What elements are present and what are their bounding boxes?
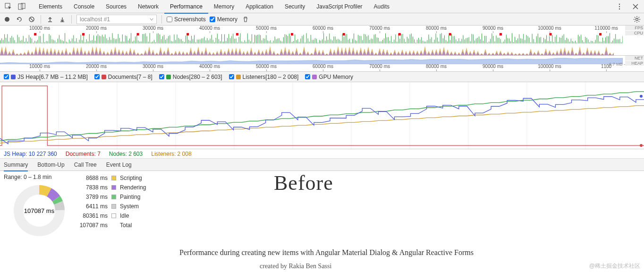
legend-jsheap[interactable]: JS Heap[6.7 MB – 11.2 MB] — [4, 74, 88, 80]
svg-rect-388 — [545, 39, 545, 43]
svg-rect-404 — [568, 39, 568, 43]
svg-rect-149 — [201, 38, 202, 43]
svg-rect-179 — [245, 40, 245, 43]
svg-point-466 — [640, 144, 643, 147]
svg-rect-138 — [186, 35, 186, 43]
legend-listeners[interactable]: Listeners[180 – 2 008] — [229, 74, 299, 80]
svg-rect-61 — [75, 41, 75, 43]
tab-network[interactable]: Network — [132, 0, 164, 13]
svg-rect-129 — [172, 42, 173, 44]
svg-rect-269 — [374, 34, 374, 43]
svg-rect-135 — [181, 39, 182, 43]
svg-rect-175 — [238, 37, 239, 43]
svg-rect-374 — [525, 40, 525, 44]
svg-rect-248 — [344, 37, 344, 44]
svg-rect-72 — [91, 41, 91, 43]
tab-sources[interactable]: Sources — [100, 0, 132, 13]
kebab-icon[interactable] — [614, 1, 625, 12]
page-selector[interactable]: localhost #1 — [76, 15, 157, 24]
tab-performance[interactable]: Performance — [164, 0, 208, 13]
tab-bottom-up[interactable]: Bottom-Up — [37, 159, 64, 171]
svg-rect-412 — [579, 36, 580, 43]
svg-rect-303 — [423, 41, 423, 43]
memory-checkbox[interactable]: Memory — [210, 16, 237, 23]
svg-rect-375 — [526, 35, 526, 43]
svg-rect-399 — [561, 38, 561, 43]
svg-rect-20 — [16, 42, 16, 44]
inspect-icon[interactable] — [3, 1, 14, 12]
svg-rect-29 — [29, 35, 29, 43]
svg-rect-171 — [233, 34, 233, 43]
svg-rect-60 — [73, 35, 74, 44]
record-button[interactable] — [3, 15, 11, 24]
svg-rect-185 — [253, 42, 254, 44]
tab-summary[interactable]: Summary — [4, 159, 28, 171]
svg-rect-28 — [27, 42, 28, 43]
svg-rect-190 — [260, 35, 261, 43]
device-icon[interactable] — [17, 1, 27, 12]
svg-rect-94 — [122, 34, 123, 43]
tab-call-tree[interactable]: Call Tree — [74, 159, 97, 171]
screenshots-checkbox[interactable]: Screenshots — [167, 16, 206, 23]
svg-rect-394 — [553, 42, 554, 44]
svg-rect-413 — [581, 34, 581, 43]
svg-rect-21 — [17, 35, 18, 44]
legend-nodes[interactable]: Nodes[280 – 2 603] — [159, 74, 222, 80]
close-icon[interactable] — [630, 1, 641, 12]
svg-rect-387 — [543, 38, 544, 43]
stat-jsheap: JS Heap: 10 227 360 — [4, 151, 57, 157]
svg-rect-123 — [164, 35, 164, 43]
svg-rect-205 — [282, 42, 282, 44]
svg-rect-335 — [469, 37, 469, 44]
svg-rect-299 — [417, 40, 417, 43]
svg-rect-259 — [359, 36, 360, 44]
svg-rect-119 — [158, 33, 159, 43]
svg-rect-261 — [362, 40, 363, 44]
tab-application[interactable]: Application — [240, 0, 279, 13]
svg-rect-353 — [494, 42, 495, 44]
svg-rect-235 — [325, 41, 325, 43]
svg-rect-295 — [411, 34, 412, 43]
svg-rect-449 — [343, 33, 345, 35]
legend-gpu[interactable]: GPU Memory — [305, 74, 353, 80]
tab-event-log[interactable]: Event Log — [106, 159, 132, 171]
svg-rect-151 — [204, 37, 204, 44]
svg-rect-241 — [333, 36, 334, 43]
svg-rect-382 — [536, 36, 537, 44]
heap-axis: 10000 ms20000 ms30000 ms40000 ms50000 ms… — [0, 64, 623, 71]
clear-button[interactable] — [27, 15, 36, 24]
svg-rect-65 — [81, 34, 81, 43]
download-icon[interactable] — [58, 15, 67, 24]
tab-elements[interactable]: Elements — [33, 0, 68, 13]
reload-button[interactable] — [15, 15, 24, 24]
overview-strip[interactable]: 10000 ms20000 ms30000 ms40000 ms50000 ms… — [0, 26, 644, 56]
svg-rect-31 — [32, 39, 32, 44]
memory-chart[interactable] — [0, 82, 644, 149]
svg-rect-209 — [288, 36, 288, 43]
svg-rect-328 — [458, 38, 459, 43]
svg-rect-283 — [394, 40, 394, 44]
upload-icon[interactable] — [46, 15, 54, 24]
svg-rect-297 — [414, 39, 415, 43]
gear-icon[interactable] — [633, 15, 641, 24]
tab-console[interactable]: Console — [68, 0, 100, 13]
svg-rect-255 — [354, 34, 354, 43]
tab-security[interactable]: Security — [279, 0, 311, 13]
svg-point-3 — [619, 3, 620, 4]
tab-audits[interactable]: Audits — [368, 0, 395, 13]
svg-rect-369 — [517, 38, 518, 43]
svg-rect-452 — [500, 33, 502, 35]
svg-rect-165 — [224, 34, 225, 44]
svg-rect-221 — [305, 42, 305, 43]
svg-rect-83 — [106, 38, 107, 43]
tab-memory[interactable]: Memory — [208, 0, 240, 13]
svg-rect-430 — [605, 37, 606, 43]
svg-rect-45 — [52, 39, 52, 43]
svg-rect-253 — [351, 42, 351, 44]
svg-rect-70 — [88, 41, 88, 43]
svg-rect-282 — [392, 42, 393, 43]
legend-documents[interactable]: Documents[7 – 8] — [94, 74, 153, 80]
heap-strip[interactable]: 10000 ms20000 ms30000 ms40000 ms50000 ms… — [0, 56, 644, 72]
tab-jsprofiler[interactable]: JavaScript Profiler — [311, 0, 368, 13]
trash-icon[interactable] — [241, 15, 250, 24]
